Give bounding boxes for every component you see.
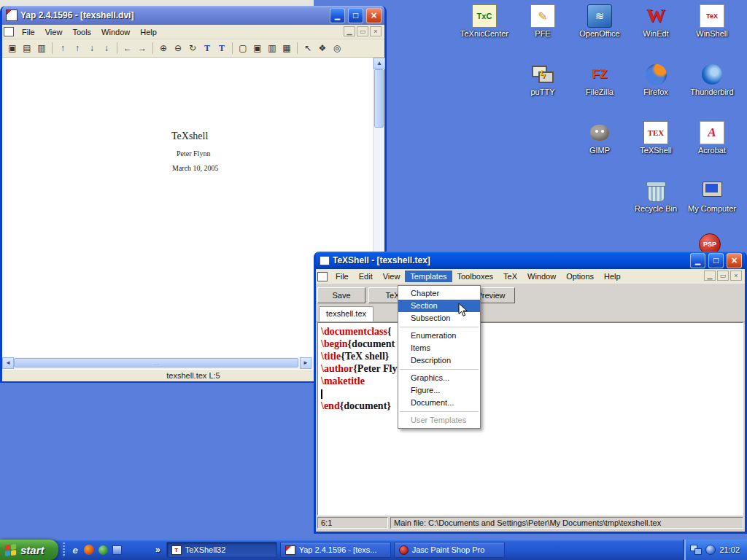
- tray-icon[interactable]: [705, 545, 716, 555]
- firefox-quick-icon[interactable]: [83, 544, 95, 556]
- menu-file[interactable]: File: [330, 271, 354, 282]
- magnifier-tool-icon[interactable]: ◎: [330, 42, 344, 55]
- pointer-tool-icon[interactable]: ↖: [301, 42, 315, 55]
- quick-launch-chevron[interactable]: »: [155, 545, 160, 555]
- close-button[interactable]: [727, 253, 742, 268]
- desktop-icon-recyclebin[interactable]: Recycle Bin: [627, 179, 684, 213]
- print-region-icon[interactable]: ▥: [34, 42, 49, 55]
- continuous-view-icon[interactable]: ▥: [265, 42, 279, 55]
- menu-tools[interactable]: Tools: [67, 26, 96, 38]
- menuitem-enumeration[interactable]: Enumeration: [398, 330, 480, 342]
- menu-options[interactable]: Options: [561, 271, 599, 282]
- menu-edit[interactable]: Edit: [354, 271, 378, 282]
- mdi-restore-button[interactable]: ▭: [717, 271, 729, 281]
- menu-file[interactable]: File: [17, 26, 40, 38]
- toolbar-handle[interactable]: [63, 542, 65, 557]
- desktop-icon-pfe[interactable]: ✎ PFE: [514, 4, 571, 38]
- menu-toolboxes[interactable]: Toolboxes: [452, 271, 499, 282]
- yap-titlebar[interactable]: Yap 2.4.1596 - [texshell.dvi]: [2, 6, 384, 25]
- mdi-close-button[interactable]: ×: [730, 271, 742, 281]
- desktop-icon-mycomputer[interactable]: My Computer: [684, 179, 740, 213]
- back-icon[interactable]: ←: [120, 42, 135, 55]
- maximize-button[interactable]: [708, 253, 724, 268]
- print-icon[interactable]: ▤: [20, 42, 34, 55]
- first-page-icon[interactable]: ↑: [55, 42, 70, 55]
- open-icon[interactable]: ▣: [5, 42, 20, 55]
- mdi-minimize-button[interactable]: ▁: [344, 26, 355, 36]
- menuitem-graphics[interactable]: Graphics...: [398, 372, 480, 384]
- mdi-restore-button[interactable]: ▭: [357, 26, 368, 36]
- maximize-button[interactable]: [348, 8, 363, 23]
- menu-templates[interactable]: Templates: [405, 271, 452, 282]
- desktop-icon-gimp[interactable]: GIMP: [571, 121, 628, 155]
- task-button-paintshoppro[interactable]: Jasc Paint Shop Pro: [394, 542, 505, 558]
- text-render-icon[interactable]: T: [200, 42, 214, 55]
- winedt-icon: W: [643, 4, 668, 28]
- desktop-icon-filezilla[interactable]: FZ FileZilla: [571, 63, 628, 96]
- mdi-close-button[interactable]: ×: [370, 26, 382, 36]
- latex-command: \end: [321, 400, 340, 411]
- scroll-track[interactable]: …: [14, 357, 300, 369]
- hand-tool-icon[interactable]: ❖: [315, 42, 330, 55]
- last-page-icon[interactable]: ↓: [99, 42, 114, 55]
- scroll-left-button[interactable]: [2, 357, 14, 369]
- desktop-icon-openoffice[interactable]: ≋ OpenOffice: [571, 4, 628, 38]
- firefox-glyph: [84, 545, 94, 555]
- font-render-icon[interactable]: T: [214, 42, 229, 55]
- menu-help[interactable]: Help: [599, 271, 626, 282]
- desktop-icon-thunderbird[interactable]: Thunderbird: [684, 63, 740, 96]
- desktop-icon-putty[interactable]: ϟ puTTY: [514, 63, 571, 96]
- menu-window[interactable]: Window: [96, 26, 135, 38]
- zoom-out-icon[interactable]: ⊖: [171, 42, 185, 55]
- menu-view[interactable]: View: [378, 271, 406, 282]
- menu-tex[interactable]: TeX: [498, 271, 522, 282]
- grid-view-icon[interactable]: ▦: [279, 42, 294, 55]
- task-button-yap[interactable]: Yap 2.4.1596 - [texs...: [280, 542, 391, 558]
- desktop-icon-texniccenter[interactable]: TxC TeXnicCenter: [456, 4, 513, 38]
- menuitem-document[interactable]: Document...: [398, 397, 480, 409]
- acrobat-icon: A: [700, 121, 724, 144]
- menuitem-description[interactable]: Description: [398, 354, 480, 367]
- forward-icon[interactable]: →: [135, 42, 150, 55]
- desktop-icon-winshell[interactable]: TeX WinShell: [684, 4, 740, 38]
- menu-help[interactable]: Help: [135, 26, 162, 38]
- quick-launch-icon[interactable]: [111, 544, 123, 556]
- desktop-icon-firefox[interactable]: Firefox: [627, 63, 684, 96]
- menuitem-chapter[interactable]: Chapter: [398, 287, 480, 300]
- menu-window[interactable]: Window: [522, 271, 561, 282]
- network-tray-icon[interactable]: [690, 545, 702, 555]
- next-page-icon[interactable]: ↓: [85, 42, 99, 55]
- menuitem-items[interactable]: Items: [398, 342, 480, 354]
- close-button[interactable]: [366, 8, 382, 23]
- menu-view[interactable]: View: [40, 26, 68, 38]
- minimize-button[interactable]: [330, 8, 345, 23]
- icon-label: puTTY: [514, 88, 571, 96]
- two-page-view-icon[interactable]: ▣: [250, 42, 265, 55]
- winshell-glyph: TeX: [706, 12, 718, 20]
- internet-explorer-icon[interactable]: e: [69, 544, 81, 556]
- single-page-view-icon[interactable]: ▢: [236, 42, 250, 55]
- texshell-titlebar[interactable]: TeXShell - [texshell.tex]: [316, 252, 745, 269]
- tab-texshell-tex[interactable]: texshell.tex: [319, 306, 374, 322]
- menuitem-figure[interactable]: Figure...: [398, 384, 480, 397]
- scroll-right-button[interactable]: [300, 357, 311, 369]
- save-button[interactable]: Save: [317, 287, 365, 303]
- zoom-in-icon[interactable]: ⊕: [156, 42, 171, 55]
- yap-task-icon: [285, 545, 295, 555]
- refresh-icon[interactable]: ↻: [185, 42, 200, 55]
- scroll-thumb[interactable]: [374, 69, 384, 128]
- mdi-minimize-button[interactable]: ▁: [704, 271, 716, 281]
- yap-app-icon: [6, 9, 18, 21]
- desktop-icon-winedt[interactable]: W WinEdt: [627, 4, 684, 38]
- code-editor[interactable]: \documentclass{ \begin{document \title{T…: [317, 322, 743, 516]
- icon-label: TeXShell: [627, 146, 684, 155]
- prev-page-icon[interactable]: ↑: [70, 42, 85, 55]
- scroll-up-button[interactable]: [374, 58, 385, 69]
- start-button[interactable]: start: [0, 540, 58, 560]
- desktop-icon-texshell[interactable]: TEX TeXShell: [627, 121, 684, 155]
- minimize-button[interactable]: [690, 253, 705, 268]
- scroll-thumb[interactable]: …: [14, 358, 298, 368]
- desktop-icon-acrobat[interactable]: A Acrobat: [684, 121, 740, 155]
- quick-launch-icon[interactable]: [97, 544, 109, 556]
- task-button-texshell[interactable]: T TeXShell32: [166, 542, 277, 558]
